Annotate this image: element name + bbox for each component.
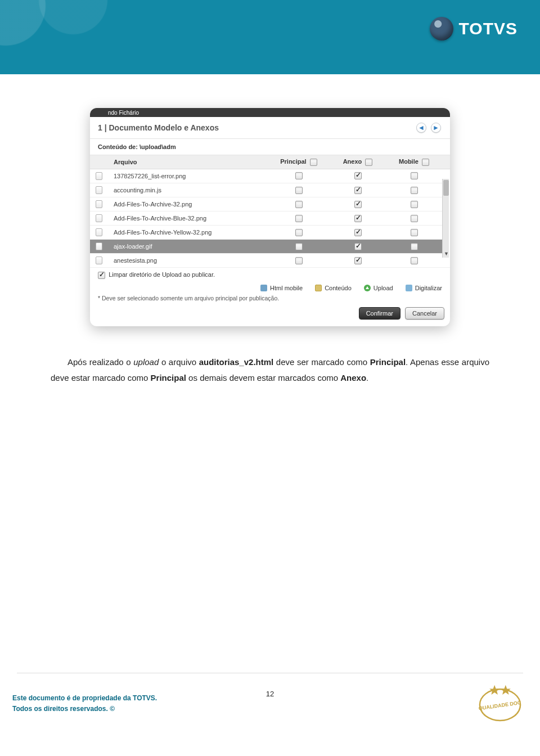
scan-icon	[406, 285, 412, 291]
conteudo-icon	[315, 285, 322, 291]
footer-copyright: Este documento é de propriedade da TOTVS…	[12, 693, 157, 714]
file-name: 1378257226_list-error.png	[108, 169, 268, 183]
html-mobile-icon	[260, 285, 267, 291]
window-title: ndo Fichário	[90, 108, 450, 117]
anexo-checkbox[interactable]	[354, 172, 362, 179]
table-row[interactable]: Add-Files-To-Archive-32.png	[90, 197, 450, 211]
clear-upload-row: Limpar diretório de Upload ao publicar.	[90, 268, 450, 281]
anexo-checkbox[interactable]	[354, 229, 362, 236]
principal-checkbox[interactable]	[295, 172, 303, 179]
anexo-checkbox[interactable]	[354, 187, 362, 194]
principal-checkbox[interactable]	[295, 257, 303, 264]
upload-icon	[364, 285, 371, 291]
mobile-checkbox[interactable]	[411, 201, 418, 208]
file-name: anestesista.png	[108, 254, 268, 268]
col-mobile: Mobile	[399, 158, 418, 165]
file-icon	[96, 172, 102, 180]
mobile-checkbox[interactable]	[411, 187, 418, 194]
anexo-checkbox[interactable]	[354, 243, 362, 250]
principal-checkbox[interactable]	[295, 215, 303, 222]
principal-note: * Deve ser selecionado somente um arquiv…	[90, 295, 450, 307]
anexo-checkbox[interactable]	[354, 201, 362, 208]
header-mobile-checkbox[interactable]	[422, 159, 429, 166]
svg-text:QUALIDADE DOC: QUALIDADE DOC	[478, 700, 521, 712]
instruction-paragraph: Após realizado o upload o arquivo audito…	[51, 354, 489, 386]
action-digitalizar[interactable]: Digitalizar	[406, 285, 442, 291]
file-icon	[96, 242, 102, 250]
quality-stamp-icon: QUALIDADE DOC	[476, 680, 524, 726]
dialog-title: 1 | Documento Modelo e Anexos	[98, 123, 219, 132]
table-row[interactable]: Add-Files-To-Archive-Yellow-32.png	[90, 225, 450, 239]
table-row[interactable]: ajax-loader.gif	[90, 240, 450, 254]
file-name: Add-Files-To-Archive-Blue-32.png	[108, 211, 268, 225]
file-icon	[96, 200, 102, 208]
col-arquivo: Arquivo	[108, 155, 268, 169]
table-row[interactable]: Add-Files-To-Archive-Blue-32.png	[90, 211, 450, 225]
file-icon	[96, 186, 102, 194]
dialog-screenshot: ndo Fichário 1 | Documento Modelo e Anex…	[90, 108, 450, 326]
page-header: TOTVS	[0, 0, 540, 74]
file-name: Add-Files-To-Archive-Yellow-32.png	[108, 225, 268, 239]
file-name: ajax-loader.gif	[108, 240, 268, 254]
clear-upload-label: Limpar diretório de Upload ao publicar.	[109, 271, 215, 278]
col-anexo: Anexo	[343, 158, 362, 165]
table-row[interactable]: 1378257226_list-error.png▼	[90, 169, 450, 183]
table-row[interactable]: accounting.min.js	[90, 183, 450, 197]
mobile-checkbox[interactable]	[411, 229, 418, 236]
footer-divider	[17, 673, 523, 673]
mobile-checkbox[interactable]	[411, 215, 418, 222]
brand-logo: TOTVS	[430, 17, 518, 40]
action-upload[interactable]: Upload	[364, 285, 393, 291]
mobile-checkbox[interactable]	[411, 172, 418, 179]
clear-upload-checkbox[interactable]	[98, 272, 105, 279]
header-anexo-checkbox[interactable]	[365, 159, 372, 166]
anexo-checkbox[interactable]	[354, 257, 362, 264]
confirm-button[interactable]: Confirmar	[359, 307, 400, 320]
file-icon	[96, 256, 102, 264]
dialog-header: 1 | Documento Modelo e Anexos ◄ ►	[90, 117, 450, 139]
action-html-mobile[interactable]: Html mobile	[260, 285, 303, 291]
principal-checkbox[interactable]	[295, 229, 303, 236]
anexo-checkbox[interactable]	[354, 215, 362, 222]
dialog-actions: Html mobile Conteúdo Upload Digitalizar	[90, 281, 450, 295]
file-icon	[96, 214, 102, 222]
cancel-button[interactable]: Cancelar	[405, 307, 444, 320]
principal-checkbox[interactable]	[295, 187, 303, 194]
table-row[interactable]: anestesista.png	[90, 254, 450, 268]
mobile-checkbox[interactable]	[411, 257, 418, 264]
table-scrollbar[interactable]: ▼	[442, 179, 449, 258]
nav-next-icon[interactable]: ►	[431, 123, 441, 133]
nav-prev-icon[interactable]: ◄	[416, 123, 426, 133]
brand-sphere-icon	[430, 17, 453, 40]
header-principal-checkbox[interactable]	[310, 159, 317, 166]
file-table: Arquivo Principal Anexo Mobile 137825722…	[90, 155, 450, 268]
file-icon	[96, 228, 102, 236]
mobile-checkbox[interactable]	[411, 243, 418, 250]
file-name: accounting.min.js	[108, 183, 268, 197]
action-conteudo[interactable]: Conteúdo	[315, 285, 352, 291]
svg-marker-2	[489, 685, 500, 695]
breadcrumb: Conteúdo de: \upload\adm	[90, 139, 450, 155]
col-principal: Principal	[280, 158, 306, 165]
principal-checkbox[interactable]	[295, 201, 303, 208]
svg-marker-3	[501, 685, 511, 695]
file-name: Add-Files-To-Archive-32.png	[108, 197, 268, 211]
principal-checkbox[interactable]	[295, 243, 303, 250]
brand-text: TOTVS	[459, 19, 518, 38]
